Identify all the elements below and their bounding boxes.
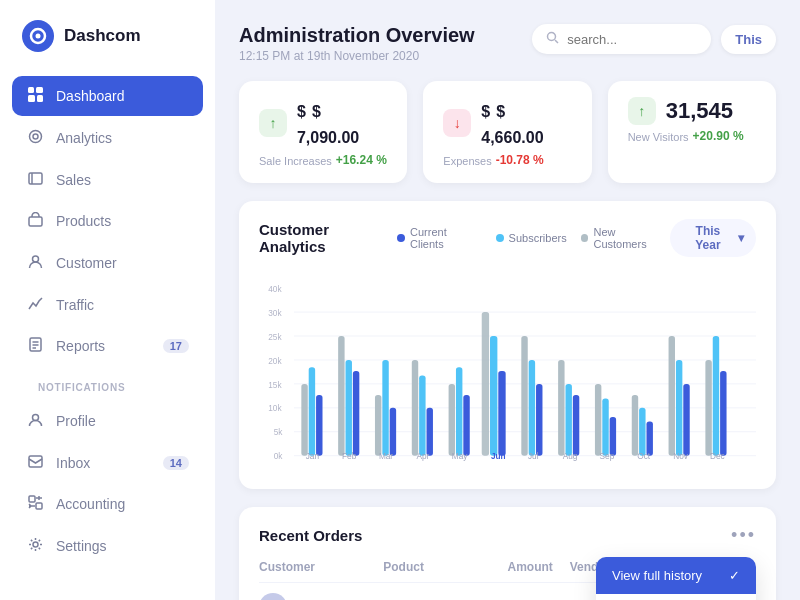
search-icon [546, 31, 559, 47]
svg-rect-8 [29, 173, 42, 184]
svg-rect-53 [482, 312, 489, 456]
svg-text:Dec: Dec [710, 452, 725, 461]
page-timestamp: 12:15 PM at 19th November 2020 [239, 49, 475, 63]
sidebar-label-traffic: Traffic [56, 297, 94, 313]
reports-icon [26, 337, 44, 355]
sidebar-item-customer[interactable]: Customer [12, 243, 203, 283]
svg-rect-72 [705, 360, 711, 456]
sidebar-item-sales[interactable]: Sales [12, 160, 203, 199]
expense-change: -10.78 % [496, 153, 544, 167]
dropdown-view-history[interactable]: View full history ✓ [596, 557, 756, 594]
legend-new-customers: New Customers [581, 226, 670, 250]
this-week-button[interactable]: This [721, 25, 776, 54]
svg-text:Nov: Nov [673, 452, 689, 461]
search-input[interactable] [567, 32, 697, 47]
svg-rect-58 [529, 360, 535, 456]
accounting-icon [26, 495, 44, 513]
sidebar-item-traffic[interactable]: Traffic [12, 285, 203, 324]
sidebar-label-dashboard: Dashboard [56, 88, 125, 104]
sidebar-item-settings[interactable]: Settings [12, 526, 203, 566]
svg-rect-65 [610, 417, 616, 456]
svg-text:Oct: Oct [637, 452, 651, 461]
svg-rect-57 [521, 336, 527, 456]
app-name: Dashcom [64, 26, 141, 46]
svg-rect-66 [632, 395, 638, 456]
svg-rect-52 [463, 395, 469, 456]
sidebar-item-reports[interactable]: Reports 17 [12, 326, 203, 366]
svg-rect-62 [573, 395, 579, 456]
svg-point-6 [29, 131, 41, 143]
orders-header: Recent Orders ••• [259, 525, 756, 546]
svg-rect-59 [536, 384, 542, 456]
chart-header: Customer Analytics Current Clients Subsc… [259, 219, 756, 257]
sidebar-item-products[interactable]: Products [12, 201, 203, 241]
avatar: JM [259, 593, 287, 600]
legend-current-clients: Current Clients [397, 226, 481, 250]
legend-subscribers: Subscribers [496, 232, 567, 244]
bar-chart: 0k 5k 10k 15k 20k 25k 30k 40k [259, 271, 756, 471]
orders-menu-button[interactable]: ••• [731, 525, 756, 546]
svg-rect-4 [28, 95, 35, 102]
col-amount: Amount [508, 560, 570, 574]
notifications-section-label: NOTIFICATIONS [12, 368, 203, 399]
analytics-icon [26, 129, 44, 147]
page-title: Administration Overview [239, 24, 475, 47]
svg-rect-47 [412, 360, 418, 456]
this-year-button[interactable]: This Year ▾ [670, 219, 756, 257]
check-icon: ✓ [729, 568, 740, 583]
sales-icon [26, 171, 44, 188]
svg-rect-19 [36, 503, 42, 509]
svg-rect-17 [29, 456, 42, 467]
sidebar-label-inbox: Inbox [56, 455, 90, 471]
svg-rect-68 [646, 422, 652, 456]
svg-text:Aug: Aug [563, 452, 578, 461]
sale-trend-up-icon: ↑ [259, 109, 287, 137]
svg-rect-5 [37, 95, 43, 102]
sidebar-item-dashboard[interactable]: Dashboard [12, 76, 203, 116]
svg-rect-71 [683, 384, 689, 456]
customer-icon [26, 254, 44, 272]
svg-text:5k: 5k [274, 428, 284, 437]
svg-rect-39 [309, 367, 315, 455]
header-left: Administration Overview 12:15 PM at 19th… [239, 24, 475, 63]
profile-icon [26, 412, 44, 430]
svg-rect-43 [353, 371, 359, 456]
svg-text:Jun: Jun [491, 452, 506, 461]
svg-text:Jul: Jul [528, 452, 539, 461]
stats-row: ↑ $ $ 7,090.00 Sale Increases +16.24 % ↓… [239, 81, 776, 183]
svg-text:Sep: Sep [600, 452, 615, 461]
svg-rect-41 [338, 336, 344, 456]
svg-rect-70 [676, 360, 682, 456]
sidebar-label-accounting: Accounting [56, 496, 125, 512]
svg-text:Feb: Feb [342, 452, 357, 461]
orders-card: Recent Orders ••• Customer Poduct Amount… [239, 507, 776, 600]
sidebar-item-accounting[interactable]: Accounting [12, 484, 203, 524]
sidebar-item-analytics[interactable]: Analytics [12, 118, 203, 158]
sale-value: $ $ 7,090.00 [297, 97, 387, 149]
svg-rect-61 [565, 384, 571, 456]
svg-rect-48 [419, 376, 425, 456]
col-product: Poduct [383, 560, 507, 574]
chart-title: Customer Analytics [259, 221, 397, 255]
svg-text:Jan: Jan [306, 452, 320, 461]
stat-card-sale-increases: ↑ $ $ 7,090.00 Sale Increases +16.24 % [239, 81, 407, 183]
search-box [532, 24, 711, 54]
svg-rect-55 [498, 371, 505, 456]
svg-rect-49 [427, 408, 433, 456]
svg-rect-44 [375, 395, 381, 456]
chart-area: 0k 5k 10k 15k 20k 25k 30k 40k [259, 271, 756, 471]
dashboard-icon [26, 87, 44, 105]
svg-text:May: May [452, 452, 468, 461]
sidebar-item-profile[interactable]: Profile [12, 401, 203, 441]
svg-rect-74 [720, 371, 726, 456]
sidebar-label-analytics: Analytics [56, 130, 112, 146]
legend-dot-new-customers [581, 234, 589, 242]
visitors-value: 31,545 [666, 98, 733, 124]
header-right: This [532, 24, 776, 54]
svg-text:0k: 0k [274, 452, 284, 461]
svg-rect-60 [558, 360, 564, 456]
reports-badge: 17 [163, 339, 189, 353]
sidebar-item-inbox[interactable]: Inbox 14 [12, 443, 203, 482]
svg-rect-18 [29, 496, 35, 502]
dropdown-remove-widget[interactable]: Remove widget [596, 594, 756, 600]
